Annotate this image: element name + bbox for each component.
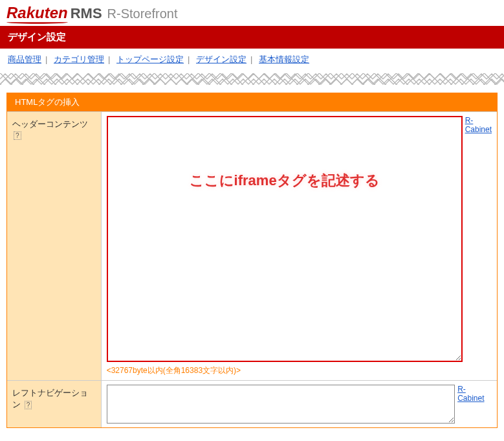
nav-link-design[interactable]: デザイン設定 <box>196 54 247 64</box>
panel-header: HTMLタグの挿入 <box>7 93 497 111</box>
help-icon[interactable]: ? <box>14 131 21 140</box>
nav-separator: | <box>188 54 190 64</box>
nav-link-basicinfo[interactable]: 基本情報設定 <box>259 54 309 64</box>
form-label-leftnav: レフトナビゲーション ? <box>7 381 102 427</box>
zigzag-divider <box>0 73 504 85</box>
page-title-bar: デザイン設定 <box>0 26 504 49</box>
logo-subtitle: R-Storefront <box>107 6 178 21</box>
html-tag-panel: HTMLタグの挿入 ヘッダーコンテンツ ? ここにiframeタグを記述する R… <box>6 93 498 428</box>
textarea-wrap: ここにiframeタグを記述する R-Cabinet <box>107 116 492 364</box>
nav-link-products[interactable]: 商品管理 <box>8 54 41 64</box>
rcabinet-link[interactable]: R-Cabinet <box>457 385 492 403</box>
nav-link-toppage[interactable]: トップページ設定 <box>116 54 184 64</box>
nav-link-categories[interactable]: カテゴリ管理 <box>54 54 104 64</box>
logo-rms: RMS <box>71 5 102 21</box>
header-html-textarea[interactable] <box>107 116 463 362</box>
logo: RakutenRMS <box>6 4 102 22</box>
form-content-header: ここにiframeタグを記述する R-Cabinet <32767byte以内(… <box>102 112 497 380</box>
nav-separator: | <box>108 54 110 64</box>
label-text: ヘッダーコンテンツ <box>12 119 88 129</box>
form-content-leftnav: R-Cabinet <box>102 381 497 427</box>
nav-separator: | <box>250 54 252 64</box>
nav-separator: | <box>45 54 47 64</box>
help-icon[interactable]: ? <box>25 401 32 409</box>
logo-rakuten: Rakuten <box>6 4 68 21</box>
breadcrumb-nav: 商品管理| カテゴリ管理| トップページ設定| デザイン設定| 基本情報設定 <box>0 49 504 71</box>
textarea-wrap: R-Cabinet <box>107 385 492 424</box>
label-text: レフトナビゲーション <box>12 388 88 409</box>
byte-limit-note: <32767byte以内(全角16383文字以内)> <box>107 365 492 376</box>
rcabinet-link[interactable]: R-Cabinet <box>465 116 492 134</box>
form-label-header: ヘッダーコンテンツ ? <box>7 112 102 380</box>
leftnav-html-textarea[interactable] <box>107 385 455 424</box>
form-row-left-nav: レフトナビゲーション ? R-Cabinet <box>7 380 497 427</box>
app-header: RakutenRMS R-Storefront <box>0 0 504 26</box>
form-row-header-content: ヘッダーコンテンツ ? ここにiframeタグを記述する R-Cabinet <… <box>7 111 497 380</box>
